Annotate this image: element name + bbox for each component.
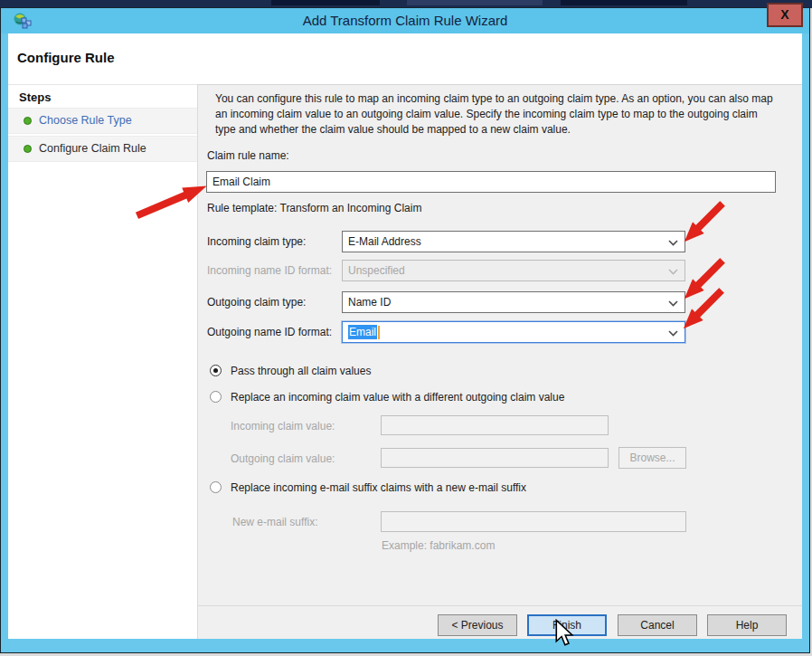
footer-separator [198,605,802,606]
outgoing-claim-type-select[interactable]: Name ID [342,291,685,313]
chevron-down-icon [668,269,678,275]
page-title: Configure Rule [17,50,115,65]
steps-sidebar: Steps Choose Rule Type Configure Claim R… [8,84,197,639]
radio-pass-through-label: Pass through all claim values [231,365,371,377]
sidebar-item-label: Choose Rule Type [39,108,132,134]
sidebar-item-label: Configure Claim Rule [39,136,146,162]
text-caret [378,326,380,339]
chevron-down-icon [668,330,678,337]
step-complete-dot-icon [24,145,32,153]
outgoing-name-id-format-label: Outgoing name ID format: [207,326,332,338]
cancel-button[interactable]: Cancel [618,614,697,636]
previous-button[interactable]: < Previous [438,614,517,636]
radio-replace-claim-value[interactable] [210,391,222,403]
close-button[interactable]: X [767,3,803,27]
new-email-suffix-input [381,511,686,532]
radio-replace-email-suffix-label: Replace incoming e-mail suffix claims wi… [231,481,526,494]
new-email-suffix-label: New e-mail suffix: [232,516,317,528]
selected-value-highlighted: Email [348,325,377,339]
outgoing-claim-value-label: Outgoing claim value: [231,452,335,465]
browse-button: Browse... [618,447,686,469]
rule-description: You can configure this rule to map an in… [215,91,779,138]
incoming-claim-type-select[interactable]: E-Mail Address [342,231,685,252]
outgoing-claim-type-label: Outgoing claim type: [207,296,306,309]
content-panel: You can configure this rule to map an in… [197,84,802,639]
step-complete-dot-icon [24,117,32,125]
sidebar-item-configure-claim-rule[interactable]: Configure Claim Rule [8,136,197,162]
claim-rule-name-input[interactable] [206,171,776,193]
selected-value: E-Mail Address [348,235,421,248]
header-band: Configure Rule [8,33,802,84]
radio-pass-through[interactable] [210,365,222,376]
rule-template-text: Rule template: Transform an Incoming Cla… [207,202,421,214]
help-button[interactable]: Help [707,614,787,636]
suffix-example-text: Example: fabrikam.com [382,539,495,552]
incoming-claim-type-label: Incoming claim type: [207,235,306,248]
claim-rule-name-label: Claim rule name: [207,149,289,162]
incoming-claim-value-input [381,415,609,435]
dialog-body: Configure Rule Steps Choose Rule Type Co… [8,33,802,639]
mouse-cursor [553,619,575,648]
outgoing-claim-value-input [381,448,609,468]
radio-replace-claim-value-label: Replace an incoming claim value with a d… [231,391,564,404]
titlebar[interactable]: Add Transform Claim Rule Wizard [1,8,809,33]
incoming-name-id-format-select: Unspecified [342,260,685,281]
chevron-down-icon [668,300,678,307]
incoming-claim-value-label: Incoming claim value: [231,420,335,433]
steps-title: Steps [8,85,197,108]
sidebar-item-choose-rule-type[interactable]: Choose Rule Type [8,108,197,134]
chevron-down-icon [668,240,678,246]
selected-value: Name ID [348,296,391,309]
window-title: Add Transform Claim Rule Wizard [1,13,809,28]
radio-replace-email-suffix[interactable] [210,481,222,493]
incoming-name-id-format-label: Incoming name ID format: [207,264,332,277]
outgoing-name-id-format-select[interactable]: Email [342,321,685,343]
selected-value: Unspecified [348,264,405,277]
